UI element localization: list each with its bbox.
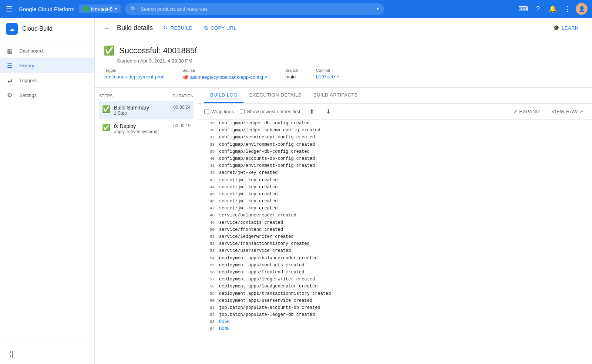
more-vert-icon: ⋮ bbox=[564, 5, 571, 13]
sidebar-nav: ▦ Dashboard ☰ History ⇄ Triggers ⚙ Setti… bbox=[0, 40, 94, 105]
show-newest-checkbox[interactable] bbox=[240, 109, 245, 114]
triggers-icon: ⇄ bbox=[6, 77, 13, 84]
more-options-button[interactable]: ⋮ bbox=[561, 2, 574, 16]
commit-value[interactable]: b197ee0↗ bbox=[316, 74, 339, 80]
learn-button[interactable]: 🎓 LEARN bbox=[549, 23, 583, 33]
trigger-link[interactable]: continuous-deployment-prod bbox=[104, 74, 165, 80]
log-line: 42secret/jwt-key created bbox=[198, 169, 592, 176]
page-title: Build details bbox=[117, 24, 153, 32]
log-line-text: configmap/service-api-config created bbox=[219, 134, 315, 141]
expand-button[interactable]: ⤢ EXPAND bbox=[510, 107, 543, 116]
log-line-text: configmap/ledger-db-config created bbox=[219, 148, 310, 155]
build-meta-commit: Commit b197ee0↗ bbox=[316, 68, 339, 80]
sidebar-item-settings[interactable]: ⚙ Settings bbox=[0, 88, 94, 102]
cloud-shell-button[interactable]: ⌨ bbox=[517, 2, 530, 16]
scroll-top-icon: ⬆ bbox=[309, 108, 314, 115]
sidebar-item-dashboard[interactable]: ▦ Dashboard bbox=[0, 43, 94, 58]
log-line-text: secret/jwt-key created bbox=[219, 184, 278, 191]
log-line-text: secret/jwt-key created bbox=[219, 191, 278, 198]
tab-build-artifacts[interactable]: BUILD ARTIFACTS bbox=[307, 88, 364, 103]
log-line-number: 36 bbox=[201, 127, 215, 134]
log-line-number: 64 bbox=[201, 326, 215, 333]
tab-build-artifacts-label: BUILD ARTIFACTS bbox=[313, 92, 358, 98]
log-line: 38configmap/environment-config created bbox=[198, 141, 592, 148]
log-line: 64DONE bbox=[198, 326, 592, 333]
log-line: 55deployment.apps/contacts created bbox=[198, 262, 592, 269]
log-line-number: 51 bbox=[201, 233, 215, 240]
sidebar-item-history[interactable]: ☰ History bbox=[0, 58, 94, 73]
log-line-number: 57 bbox=[201, 276, 215, 283]
help-button[interactable]: ? bbox=[531, 2, 545, 16]
show-newest-label: Show newest entries first bbox=[247, 109, 300, 114]
wrap-lines-checkbox-label[interactable]: Wrap lines bbox=[204, 109, 234, 114]
log-line-number: 55 bbox=[201, 262, 215, 269]
log-line-number: 53 bbox=[201, 247, 215, 255]
trigger-value[interactable]: continuous-deployment-prod bbox=[104, 74, 165, 80]
log-line-text: configmap/ledger-db-config created bbox=[219, 120, 310, 127]
search-input[interactable] bbox=[141, 6, 374, 12]
log-panel: BUILD LOG EXECUTION DETAILS BUILD ARTIFA… bbox=[198, 88, 592, 361]
search-expand-icon: ▾ bbox=[377, 6, 379, 11]
scroll-bottom-button[interactable]: ⬇ bbox=[323, 107, 334, 117]
log-line-number: 37 bbox=[201, 134, 215, 141]
main-content: ← Build details ↻ REBUILD ⧉ COPY URL 🎓 L… bbox=[95, 18, 592, 364]
tab-execution-details[interactable]: EXECUTION DETAILS bbox=[243, 88, 307, 103]
log-line-number: 63 bbox=[201, 318, 215, 326]
build-info: ✅ Successful: 4001885f Started on Apr 9,… bbox=[95, 38, 592, 88]
external-link-icon: ↗ bbox=[264, 75, 268, 80]
log-line: 56deployment.apps/frontend created bbox=[198, 269, 592, 276]
tab-build-log[interactable]: BUILD LOG bbox=[204, 88, 243, 103]
sidebar-collapse-button[interactable]: ⟨| bbox=[6, 347, 88, 361]
rebuild-button[interactable]: ↻ REBUILD bbox=[159, 22, 197, 33]
log-line: 44secret/jwt-key created bbox=[198, 184, 592, 191]
wrap-lines-checkbox[interactable] bbox=[204, 109, 209, 114]
copy-url-button[interactable]: ⧉ COPY URL bbox=[200, 23, 241, 33]
step-build-summary[interactable]: ✅ Build Summary 1 Step 00:00:24 bbox=[99, 101, 194, 119]
help-icon: ? bbox=[536, 5, 540, 13]
view-raw-button[interactable]: VIEW RAW ↗ bbox=[549, 107, 586, 116]
step-name-0: Build Summary bbox=[114, 105, 169, 111]
build-meta-branch: Branch main bbox=[285, 68, 298, 80]
back-button[interactable]: ← bbox=[104, 24, 111, 32]
notifications-button[interactable]: 🔔 bbox=[546, 2, 559, 16]
log-line: 51service/ledgerwriter created bbox=[198, 233, 592, 240]
scroll-top-button[interactable]: ⬆ bbox=[306, 107, 317, 117]
log-line-number: 46 bbox=[201, 198, 215, 205]
step-duration-1: 00:00:19 bbox=[173, 123, 191, 128]
sidebar-item-triggers[interactable]: ⇄ Triggers bbox=[0, 73, 94, 88]
copy-icon: ⧉ bbox=[204, 25, 208, 31]
log-content[interactable]: 35configmap/ledger-db-config created36co… bbox=[198, 120, 592, 361]
sidebar-item-label-history: History bbox=[19, 63, 34, 68]
project-selector[interactable]: krm-test-5 ▾ bbox=[79, 4, 121, 13]
log-line-number: 48 bbox=[201, 212, 215, 219]
step-info-0: Build Summary 1 Step bbox=[114, 105, 169, 116]
sidebar-title: Cloud Build bbox=[22, 26, 53, 32]
log-tabs: BUILD LOG EXECUTION DETAILS BUILD ARTIFA… bbox=[198, 88, 592, 104]
build-meta-trigger: Trigger continuous-deployment-prod bbox=[104, 68, 165, 80]
show-newest-checkbox-label[interactable]: Show newest entries first bbox=[240, 109, 300, 114]
log-line-text: deployment.apps/transactionhistory creat… bbox=[219, 290, 331, 297]
rebuild-label: REBUILD bbox=[171, 25, 193, 31]
source-value[interactable]: 🐙askmeegs/cymbalbank-app-config↗ bbox=[182, 74, 268, 80]
log-line: 57deployment.apps/ledgerwriter created bbox=[198, 276, 592, 283]
log-line-number: 61 bbox=[201, 304, 215, 311]
build-meta: Trigger continuous-deployment-prod Sourc… bbox=[104, 68, 583, 80]
bell-icon: 🔔 bbox=[549, 5, 557, 13]
log-line-text: configmap/ledger-schema-config created bbox=[219, 127, 320, 134]
search-bar[interactable]: 🔍 ▾ bbox=[125, 3, 384, 15]
log-line-text: service/transactionhistory created bbox=[219, 240, 310, 247]
step-deploy[interactable]: ✅ 0: Deploy apply -k overlays/prod/ 00:0… bbox=[99, 119, 194, 138]
build-started: Started on Apr 9, 2021, 4:29:38 PM bbox=[117, 58, 583, 64]
log-line-number: 42 bbox=[201, 169, 215, 176]
user-avatar[interactable]: 👤 bbox=[576, 3, 588, 15]
log-line-text: deployment.apps/contacts created bbox=[219, 262, 304, 269]
log-line-text: service/frontend created bbox=[219, 226, 283, 233]
source-link[interactable]: askmeegs/cymbalbank-app-config bbox=[190, 74, 263, 80]
view-raw-label: VIEW RAW bbox=[552, 109, 578, 114]
collapse-icon: ⟨| bbox=[9, 350, 13, 358]
cloud-shell-icon: ⌨ bbox=[518, 5, 528, 13]
project-dot-icon bbox=[83, 6, 89, 12]
step-check-icon-0: ✅ bbox=[102, 105, 110, 113]
hamburger-menu-button[interactable]: ☰ bbox=[4, 3, 14, 15]
commit-link[interactable]: b197ee0 bbox=[316, 74, 335, 80]
